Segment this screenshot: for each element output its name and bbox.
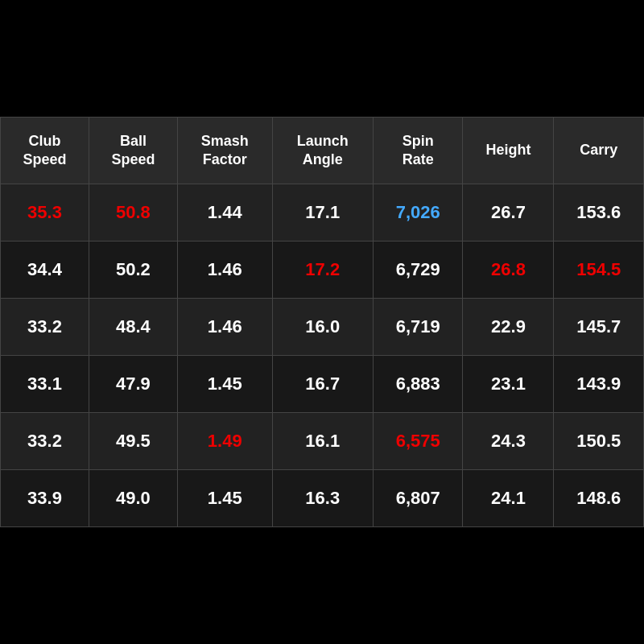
table-cell: 26.8 — [463, 242, 554, 299]
table-cell: 16.0 — [272, 299, 373, 356]
table-cell: 6,807 — [373, 470, 463, 527]
table-cell: 1.46 — [177, 242, 272, 299]
table-cell: 33.1 — [1, 356, 89, 413]
table-cell: 1.44 — [177, 184, 272, 242]
table-cell: 148.6 — [554, 470, 644, 527]
col-header-ball-speed: BallSpeed — [89, 117, 177, 184]
table-row: 33.248.41.4616.06,71922.9145.7 — [1, 299, 644, 356]
col-header-spin-rate: SpinRate — [373, 117, 463, 184]
table-cell: 50.8 — [89, 184, 177, 242]
table-cell: 33.9 — [1, 470, 89, 527]
table-cell: 47.9 — [89, 356, 177, 413]
table-body: 35.350.81.4417.17,02626.7153.634.450.21.… — [1, 184, 644, 527]
table-row: 35.350.81.4417.17,02626.7153.6 — [1, 184, 644, 242]
table-cell: 24.1 — [463, 470, 554, 527]
table-cell: 23.1 — [463, 356, 554, 413]
table-cell: 24.3 — [463, 413, 554, 470]
golf-stats-table: ClubSpeedBallSpeedSmashFactorLaunchAngle… — [0, 117, 644, 528]
col-header-club-speed: ClubSpeed — [1, 117, 89, 184]
table-cell: 145.7 — [554, 299, 644, 356]
table-cell: 33.2 — [1, 413, 89, 470]
table-cell: 154.5 — [554, 242, 644, 299]
col-header-height: Height — [463, 117, 554, 184]
table-cell: 6,883 — [373, 356, 463, 413]
table-cell: 1.45 — [177, 356, 272, 413]
table-cell: 17.2 — [272, 242, 373, 299]
table-cell: 35.3 — [1, 184, 89, 242]
table-cell: 6,729 — [373, 242, 463, 299]
table-row: 33.249.51.4916.16,57524.3150.5 — [1, 413, 644, 470]
table-row: 33.949.01.4516.36,80724.1148.6 — [1, 470, 644, 527]
table-cell: 49.5 — [89, 413, 177, 470]
table-cell: 1.49 — [177, 413, 272, 470]
table-header-row: ClubSpeedBallSpeedSmashFactorLaunchAngle… — [1, 117, 644, 184]
table-cell: 26.7 — [463, 184, 554, 242]
table-cell: 150.5 — [554, 413, 644, 470]
table-cell: 1.45 — [177, 470, 272, 527]
table-cell: 16.7 — [272, 356, 373, 413]
table-cell: 50.2 — [89, 242, 177, 299]
table-cell: 33.2 — [1, 299, 89, 356]
col-header-smash-factor: SmashFactor — [177, 117, 272, 184]
table-cell: 48.4 — [89, 299, 177, 356]
col-header-launch-angle: LaunchAngle — [272, 117, 373, 184]
table-cell: 16.3 — [272, 470, 373, 527]
table-cell: 6,575 — [373, 413, 463, 470]
table-row: 34.450.21.4617.26,72926.8154.5 — [1, 242, 644, 299]
col-header-carry: Carry — [554, 117, 644, 184]
table-row: 33.147.91.4516.76,88323.1143.9 — [1, 356, 644, 413]
table-cell: 6,719 — [373, 299, 463, 356]
table-cell: 34.4 — [1, 242, 89, 299]
table-cell: 1.46 — [177, 299, 272, 356]
stats-table-wrapper: ClubSpeedBallSpeedSmashFactorLaunchAngle… — [0, 117, 644, 528]
table-cell: 49.0 — [89, 470, 177, 527]
table-cell: 22.9 — [463, 299, 554, 356]
table-cell: 17.1 — [272, 184, 373, 242]
table-cell: 153.6 — [554, 184, 644, 242]
table-cell: 7,026 — [373, 184, 463, 242]
table-cell: 143.9 — [554, 356, 644, 413]
table-cell: 16.1 — [272, 413, 373, 470]
